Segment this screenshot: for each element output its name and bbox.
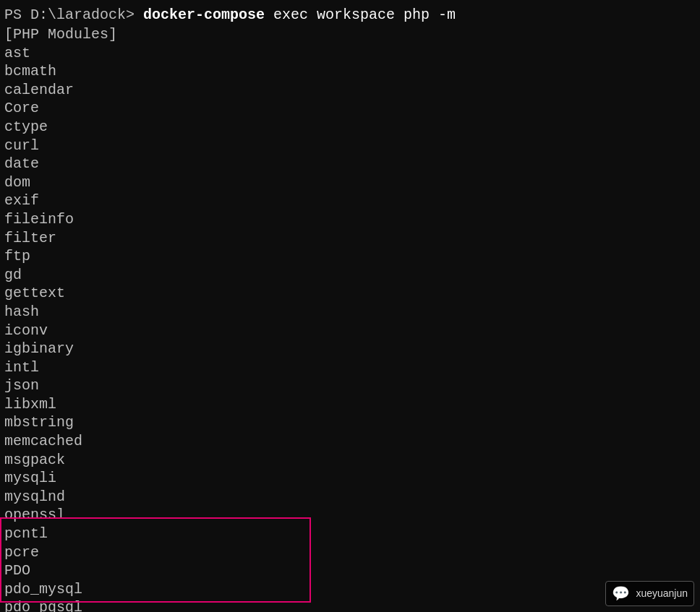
module-item: iconv — [4, 322, 696, 340]
module-item: PDO — [4, 561, 696, 580]
module-item: curl — [4, 137, 696, 155]
module-item: dom — [4, 173, 696, 192]
module-item: mysqli — [4, 469, 696, 488]
module-item: pcntl — [4, 525, 696, 543]
module-item: gettext — [4, 284, 696, 303]
module-item: gd — [4, 266, 696, 285]
modules-header: [PHP Modules] — [4, 25, 696, 44]
module-item: exif — [4, 191, 696, 210]
prompt: PS D:\laradock> — [4, 7, 143, 23]
module-item: pdo_mysql — [4, 580, 696, 599]
watermark: 💬 xueyuanjun — [605, 581, 694, 606]
module-item: memcached — [4, 432, 696, 451]
module-item: msgpack — [4, 451, 696, 470]
terminal: PS D:\laradock> docker-compose exec work… — [0, 0, 700, 612]
module-item: mysqlnd — [4, 488, 696, 507]
module-item: ctype — [4, 118, 696, 137]
module-item: libxml — [4, 395, 696, 414]
module-item: openssl — [4, 506, 696, 525]
module-item: calendar — [4, 81, 696, 100]
module-item: intl — [4, 358, 696, 377]
module-item: igbinary — [4, 340, 696, 358]
module-item: Core — [4, 99, 696, 118]
watermark-text: xueyuanjun — [636, 587, 688, 600]
module-item: pdo_pgsql — [4, 598, 696, 612]
module-item: bcmath — [4, 62, 696, 81]
command-bold: docker-compose — [143, 7, 265, 23]
modules-list: astbcmathcalendarCorectypecurldatedomexi… — [4, 44, 696, 612]
module-item: filter — [4, 229, 696, 248]
module-item: mbstring — [4, 413, 696, 432]
module-item: ast — [4, 44, 696, 63]
command-rest: exec workspace php -m — [265, 7, 456, 23]
module-item: hash — [4, 303, 696, 322]
module-item: date — [4, 155, 696, 173]
module-item: pcre — [4, 543, 696, 562]
command-line: PS D:\laradock> docker-compose exec work… — [4, 6, 696, 24]
module-item: json — [4, 376, 696, 395]
module-item: ftp — [4, 247, 696, 266]
module-item: fileinfo — [4, 210, 696, 229]
wechat-icon: 💬 — [612, 585, 630, 603]
